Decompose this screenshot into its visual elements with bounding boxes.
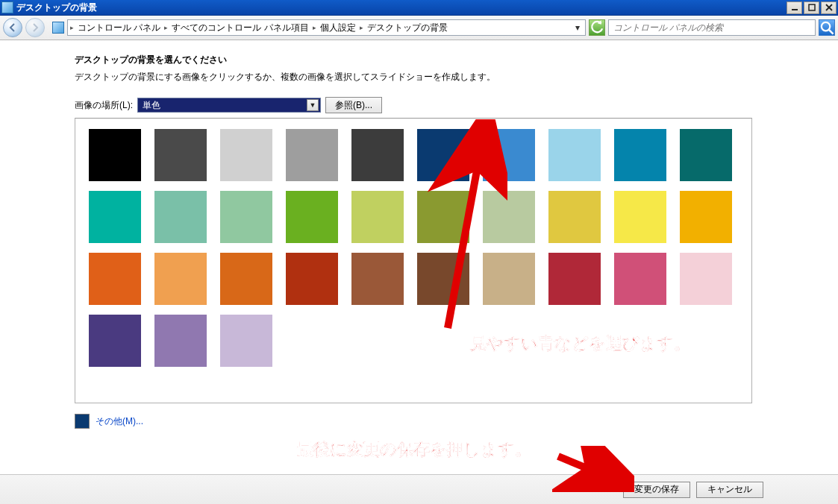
browse-button[interactable]: 参照(B)... [325,97,382,113]
maximize-button[interactable] [804,1,819,14]
color-swatch-8[interactable] [614,129,666,181]
color-swatch-19[interactable] [680,191,732,243]
breadcrumb-item[interactable]: コントロール パネル [75,22,163,34]
color-swatch-5[interactable] [417,129,469,181]
address-dropdown[interactable]: ▾ [572,22,584,33]
color-swatch-24[interactable] [351,253,404,305]
color-swatch-13[interactable] [286,191,338,243]
color-swatch-0[interactable] [89,129,141,181]
color-swatch-11[interactable] [154,191,207,243]
window-controls [787,1,837,14]
color-swatch-3[interactable] [286,129,338,181]
chevron-right-icon: ▸ [69,24,75,31]
annotation-text-2: 最後に変更の保存を押します。 [297,438,531,461]
color-swatch-32[interactable] [220,315,272,367]
app-icon [1,1,13,13]
save-button[interactable]: 変更の保存 [623,482,690,498]
color-swatch-2[interactable] [220,129,272,181]
color-swatch-15[interactable] [417,191,469,243]
location-row: 画像の場所(L): 単色 ▼ 参照(B)... [75,97,838,113]
search-input[interactable] [612,22,812,34]
breadcrumb[interactable]: ▸ コントロール パネル ▸ すべてのコントロール パネル項目 ▸ 個人設定 ▸… [67,19,586,36]
color-swatch-20[interactable] [89,253,141,305]
content-area: デスクトップの背景を選んでください デスクトップの背景にする画像をクリックするか… [0,40,838,429]
color-swatch-29[interactable] [680,253,732,305]
color-swatch-22[interactable] [220,253,272,305]
cancel-button[interactable]: キャンセル [696,482,763,498]
swatch-grid [89,129,738,367]
breadcrumb-item[interactable]: デスクトップの背景 [364,22,451,34]
window-title: デスクトップの背景 [16,1,787,14]
color-swatch-28[interactable] [614,253,666,305]
color-swatch-1[interactable] [154,129,207,181]
nav-bar: ▸ コントロール パネル ▸ すべてのコントロール パネル項目 ▸ 個人設定 ▸… [0,16,838,40]
color-swatch-31[interactable] [154,315,207,367]
color-swatch-17[interactable] [548,191,601,243]
search-box[interactable] [608,19,816,36]
color-swatch-16[interactable] [483,191,535,243]
back-button[interactable] [3,18,22,37]
color-swatch-10[interactable] [89,191,141,243]
other-color-swatch[interactable] [75,414,90,429]
color-swatch-30[interactable] [89,315,141,367]
location-label: 画像の場所(L): [75,99,133,112]
color-swatch-7[interactable] [548,129,601,181]
color-swatch-12[interactable] [220,191,272,243]
color-swatch-6[interactable] [483,129,535,181]
color-swatch-21[interactable] [154,253,207,305]
minimize-button[interactable] [787,1,802,14]
color-swatch-27[interactable] [548,253,601,305]
swatch-panel [75,118,752,403]
search-button[interactable] [819,19,835,36]
page-heading: デスクトップの背景を選んでください [75,54,838,66]
color-swatch-4[interactable] [351,129,404,181]
color-swatch-9[interactable] [680,129,732,181]
svg-rect-1 [809,4,815,10]
other-color-row: その他(M)... [75,414,838,429]
breadcrumb-item[interactable]: すべてのコントロール パネル項目 [169,22,311,34]
chevron-down-icon: ▼ [307,99,319,111]
location-value: 単色 [143,99,160,112]
refresh-button[interactable] [589,19,605,36]
page-subtext: デスクトップの背景にする画像をクリックするか、複数の画像を選択してスライドショー… [75,71,838,84]
color-swatch-26[interactable] [483,253,535,305]
address-icon [52,22,64,34]
forward-button[interactable] [25,18,45,37]
color-swatch-14[interactable] [351,191,404,243]
chevron-right-icon: ▸ [163,24,169,31]
other-color-link[interactable]: その他(M)... [96,415,143,428]
svg-line-5 [829,30,834,34]
color-swatch-18[interactable] [614,191,666,243]
footer-bar: 変更の保存 キャンセル [0,474,838,504]
location-select[interactable]: 単色 ▼ [137,98,321,113]
title-bar: デスクトップの背景 [0,0,838,16]
color-swatch-23[interactable] [286,253,338,305]
chevron-right-icon: ▸ [359,24,364,31]
breadcrumb-item[interactable]: 個人設定 [317,22,359,34]
color-swatch-25[interactable] [417,253,469,305]
svg-point-4 [822,22,830,31]
close-button[interactable] [821,1,837,14]
chevron-right-icon: ▸ [312,24,317,31]
